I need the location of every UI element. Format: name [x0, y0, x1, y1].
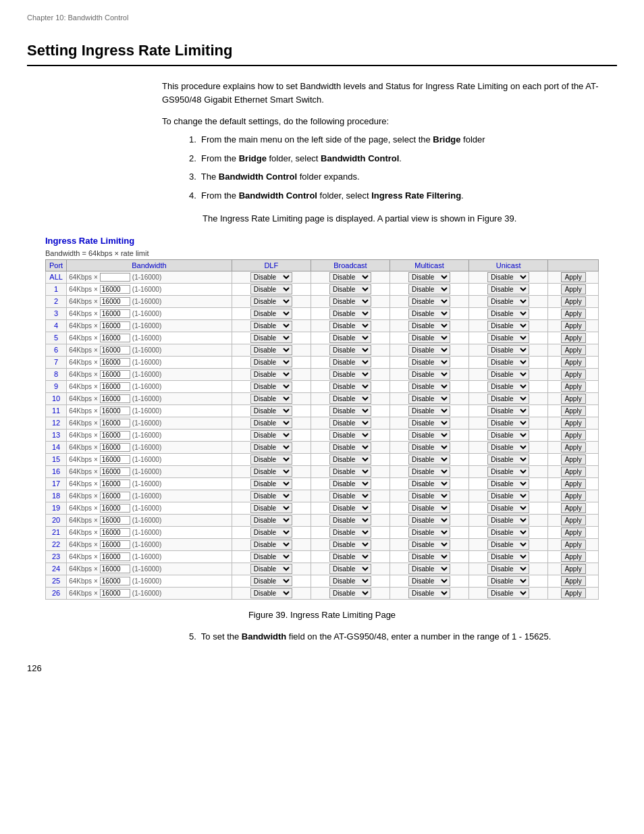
bandwidth-input[interactable]	[100, 346, 130, 355]
bandwidth-cell[interactable]: 64Kbps × (1-16000)	[67, 587, 232, 599]
unicast-select[interactable]: DisableEnable	[487, 357, 529, 367]
unicast-cell[interactable]: DisableEnable	[469, 356, 548, 368]
dlf-cell[interactable]: DisableEnable	[232, 563, 311, 575]
bandwidth-cell[interactable]: 64Kbps × (1-16000)	[67, 490, 232, 502]
dlf-cell[interactable]: DisableEnable	[232, 307, 311, 319]
unicast-select[interactable]: DisableEnable	[487, 345, 529, 355]
broadcast-cell[interactable]: DisableEnable	[311, 271, 390, 283]
apply-button[interactable]: Apply	[561, 394, 586, 404]
apply-cell[interactable]: Apply	[548, 295, 599, 307]
apply-button[interactable]: Apply	[561, 418, 586, 428]
dlf-select[interactable]: DisableEnable	[250, 564, 292, 574]
broadcast-select[interactable]: DisableEnable	[329, 527, 371, 538]
multicast-cell[interactable]: DisableEnable	[390, 332, 468, 344]
bandwidth-cell[interactable]: 64Kbps × (1-16000)	[67, 295, 232, 307]
unicast-cell[interactable]: DisableEnable	[469, 405, 548, 417]
bandwidth-cell[interactable]: 64Kbps × (1-16000)	[67, 538, 232, 550]
dlf-cell[interactable]: DisableEnable	[232, 332, 311, 344]
multicast-select[interactable]: DisableEnable	[408, 454, 450, 465]
multicast-cell[interactable]: DisableEnable	[390, 563, 468, 575]
dlf-select[interactable]: DisableEnable	[250, 418, 292, 428]
bandwidth-cell[interactable]: 64Kbps × (1-16000)	[67, 550, 232, 563]
bandwidth-cell[interactable]: 64Kbps × (1-16000)	[67, 441, 232, 453]
apply-button[interactable]: Apply	[561, 382, 586, 392]
unicast-select[interactable]: DisableEnable	[487, 527, 529, 538]
apply-button[interactable]: Apply	[561, 454, 586, 465]
broadcast-cell[interactable]: DisableEnable	[311, 477, 390, 490]
multicast-cell[interactable]: DisableEnable	[390, 392, 468, 405]
dlf-select[interactable]: DisableEnable	[250, 479, 292, 489]
multicast-select[interactable]: DisableEnable	[408, 394, 450, 404]
broadcast-select[interactable]: DisableEnable	[329, 491, 371, 501]
bandwidth-cell[interactable]: 64Kbps × (1-16000)	[67, 356, 232, 368]
multicast-cell[interactable]: DisableEnable	[390, 441, 468, 453]
dlf-select[interactable]: DisableEnable	[250, 309, 292, 319]
apply-cell[interactable]: Apply	[548, 368, 599, 380]
multicast-cell[interactable]: DisableEnable	[390, 405, 468, 417]
broadcast-cell[interactable]: DisableEnable	[311, 465, 390, 477]
unicast-cell[interactable]: DisableEnable	[469, 538, 548, 550]
unicast-select[interactable]: DisableEnable	[487, 382, 529, 392]
multicast-select[interactable]: DisableEnable	[408, 503, 450, 513]
apply-button[interactable]: Apply	[561, 442, 586, 452]
multicast-select[interactable]: DisableEnable	[408, 491, 450, 501]
broadcast-cell[interactable]: DisableEnable	[311, 587, 390, 599]
multicast-select[interactable]: DisableEnable	[408, 540, 450, 550]
bandwidth-cell[interactable]: 64Kbps × (1-16000)	[67, 319, 232, 332]
unicast-select[interactable]: DisableEnable	[487, 503, 529, 513]
broadcast-cell[interactable]: DisableEnable	[311, 417, 390, 429]
unicast-select[interactable]: DisableEnable	[487, 296, 529, 307]
broadcast-cell[interactable]: DisableEnable	[311, 550, 390, 563]
unicast-cell[interactable]: DisableEnable	[469, 319, 548, 332]
broadcast-select[interactable]: DisableEnable	[329, 369, 371, 380]
bandwidth-input[interactable]	[100, 431, 130, 440]
multicast-select[interactable]: DisableEnable	[408, 442, 450, 452]
broadcast-cell[interactable]: DisableEnable	[311, 490, 390, 502]
multicast-select[interactable]: DisableEnable	[408, 552, 450, 562]
dlf-select[interactable]: DisableEnable	[250, 406, 292, 416]
unicast-cell[interactable]: DisableEnable	[469, 368, 548, 380]
multicast-select[interactable]: DisableEnable	[408, 296, 450, 307]
bandwidth-input[interactable]	[100, 358, 130, 367]
unicast-select[interactable]: DisableEnable	[487, 467, 529, 477]
bandwidth-cell[interactable]: 64Kbps × (1-16000)	[67, 526, 232, 538]
unicast-select[interactable]: DisableEnable	[487, 394, 529, 404]
broadcast-cell[interactable]: DisableEnable	[311, 405, 390, 417]
bandwidth-input[interactable]	[100, 589, 130, 598]
bandwidth-input[interactable]	[100, 382, 130, 391]
multicast-cell[interactable]: DisableEnable	[390, 295, 468, 307]
broadcast-select[interactable]: DisableEnable	[329, 382, 371, 392]
multicast-cell[interactable]: DisableEnable	[390, 380, 468, 392]
unicast-cell[interactable]: DisableEnable	[469, 514, 548, 526]
broadcast-cell[interactable]: DisableEnable	[311, 429, 390, 441]
unicast-cell[interactable]: DisableEnable	[469, 465, 548, 477]
bandwidth-cell[interactable]: 64Kbps × (1-16000)	[67, 477, 232, 490]
unicast-select[interactable]: DisableEnable	[487, 309, 529, 319]
broadcast-cell[interactable]: DisableEnable	[311, 514, 390, 526]
multicast-select[interactable]: DisableEnable	[408, 333, 450, 343]
dlf-select[interactable]: DisableEnable	[250, 284, 292, 294]
broadcast-cell[interactable]: DisableEnable	[311, 295, 390, 307]
multicast-cell[interactable]: DisableEnable	[390, 356, 468, 368]
dlf-select[interactable]: DisableEnable	[250, 321, 292, 331]
multicast-select[interactable]: DisableEnable	[408, 382, 450, 392]
bandwidth-input[interactable]	[100, 321, 130, 330]
broadcast-select[interactable]: DisableEnable	[329, 272, 371, 282]
multicast-cell[interactable]: DisableEnable	[390, 368, 468, 380]
unicast-cell[interactable]: DisableEnable	[469, 587, 548, 599]
broadcast-select[interactable]: DisableEnable	[329, 576, 371, 586]
dlf-cell[interactable]: DisableEnable	[232, 405, 311, 417]
multicast-cell[interactable]: DisableEnable	[390, 538, 468, 550]
unicast-cell[interactable]: DisableEnable	[469, 392, 548, 405]
multicast-select[interactable]: DisableEnable	[408, 345, 450, 355]
unicast-select[interactable]: DisableEnable	[487, 564, 529, 574]
dlf-select[interactable]: DisableEnable	[250, 357, 292, 367]
broadcast-select[interactable]: DisableEnable	[329, 321, 371, 331]
unicast-cell[interactable]: DisableEnable	[469, 380, 548, 392]
dlf-select[interactable]: DisableEnable	[250, 576, 292, 586]
dlf-cell[interactable]: DisableEnable	[232, 477, 311, 490]
dlf-select[interactable]: DisableEnable	[250, 345, 292, 355]
unicast-select[interactable]: DisableEnable	[487, 576, 529, 586]
apply-button[interactable]: Apply	[561, 515, 586, 525]
apply-button[interactable]: Apply	[561, 357, 586, 367]
